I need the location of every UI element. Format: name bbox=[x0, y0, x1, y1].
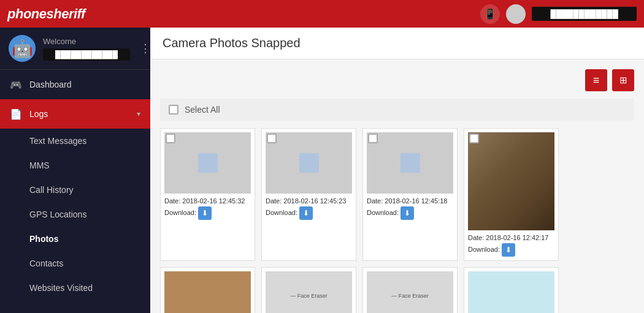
photo-placeholder bbox=[299, 153, 319, 173]
grid-icon: ⊞ bbox=[619, 75, 627, 86]
sidebar-item-text-messages[interactable]: Text Messages bbox=[0, 129, 150, 153]
photo-item: Date: 2018-02-16 12:45:18 Download: ⬇ bbox=[362, 128, 458, 261]
device-icon-button[interactable]: 📱 bbox=[480, 4, 500, 24]
text-messages-label: Text Messages bbox=[29, 136, 86, 146]
sidebar-welcome-label: Welcome bbox=[43, 37, 130, 46]
logs-icon: 📄 bbox=[10, 108, 22, 120]
photo-item: — Face Eraser bbox=[362, 267, 458, 314]
dashboard-icon: 🎮 bbox=[10, 78, 22, 91]
sidebar-item-websites-visited[interactable]: Websites Visited bbox=[0, 276, 150, 300]
photo-checkbox[interactable] bbox=[368, 134, 378, 143]
android-icon: 🤖 bbox=[12, 39, 33, 59]
logo-phone: phone bbox=[7, 6, 47, 21]
photos-label: Photos bbox=[29, 234, 58, 244]
photo-item: Date: 2018-02-16 12:45:23 Download: ⬇ bbox=[261, 128, 356, 261]
sidebar-item-call-history[interactable]: Call History bbox=[0, 178, 150, 202]
photo-meta: Date: 2018-02-16 12:45:32 Download: ⬇ bbox=[164, 196, 251, 220]
gps-locations-label: GPS Locations bbox=[29, 209, 86, 219]
photo-item bbox=[464, 267, 559, 314]
call-history-label: Call History bbox=[29, 185, 74, 195]
photo-item bbox=[160, 267, 255, 314]
photo-meta: Date: 2018-02-16 12:45:23 Download: ⬇ bbox=[266, 196, 352, 220]
header-right: 📱 ████████████ bbox=[480, 4, 637, 24]
sidebar-item-gps-locations[interactable]: GPS Locations bbox=[0, 202, 150, 227]
contacts-label: Contacts bbox=[29, 258, 63, 268]
sidebar-username-display: ████████████ bbox=[43, 48, 130, 61]
sidebar-item-mms[interactable]: MMS bbox=[0, 153, 150, 178]
sidebar-user-info: Welcome ████████████ bbox=[43, 37, 130, 61]
dashboard-label: Dashboard bbox=[29, 80, 72, 89]
list-view-button[interactable]: ≡ bbox=[585, 69, 607, 91]
photo-thumbnail bbox=[367, 132, 453, 194]
photo-text: — Face Eraser bbox=[290, 293, 328, 299]
sidebar: 🤖 Welcome ████████████ ⋮ 🎮 Dashboard 📄 L… bbox=[0, 28, 150, 313]
download-button[interactable]: ⬇ bbox=[198, 206, 212, 220]
photo-item: — Face Eraser bbox=[261, 267, 356, 314]
photo-thumbnail bbox=[266, 132, 352, 194]
download-label: Download: bbox=[367, 208, 399, 216]
download-label: Download: bbox=[468, 245, 500, 252]
logo-sheriff: sheriff bbox=[47, 6, 85, 21]
photo-thumbnail: — Face Eraser bbox=[367, 271, 453, 314]
select-all-label: Select All bbox=[185, 105, 220, 115]
photo-placeholder bbox=[198, 153, 218, 173]
photo-thumbnail bbox=[164, 132, 251, 194]
chevron-down-icon: ▾ bbox=[137, 110, 140, 118]
main-layout: 🤖 Welcome ████████████ ⋮ 🎮 Dashboard 📄 L… bbox=[0, 28, 644, 313]
app-header: phonesheriff 📱 ████████████ bbox=[0, 0, 644, 28]
photo-thumbnail-tall bbox=[468, 132, 554, 230]
download-label: Download: bbox=[266, 208, 297, 216]
avatar[interactable] bbox=[506, 4, 526, 24]
photo-thumbnail bbox=[468, 271, 554, 314]
photo-checkbox[interactable] bbox=[267, 134, 277, 143]
list-icon: ≡ bbox=[593, 74, 600, 87]
photo-grid: Date: 2018-02-16 12:45:32 Download: ⬇ Da… bbox=[160, 128, 634, 261]
photo-checkbox[interactable] bbox=[166, 134, 175, 143]
content-header: Camera Photos Snapped bbox=[150, 28, 644, 59]
photo-placeholder bbox=[401, 153, 420, 173]
mms-label: MMS bbox=[29, 160, 50, 170]
websites-visited-label: Websites Visited bbox=[29, 283, 93, 293]
logo-text: phonesheriff bbox=[7, 6, 85, 22]
toolbar-row: ≡ ⊞ bbox=[160, 69, 634, 91]
photo-checkbox[interactable] bbox=[469, 134, 479, 143]
download-label: Download: bbox=[164, 208, 196, 216]
download-button[interactable]: ⬇ bbox=[401, 206, 414, 220]
photo-meta: Date: 2018-02-16 12:42:17 Download: ⬇ bbox=[468, 233, 554, 257]
sidebar-item-contacts[interactable]: Contacts bbox=[0, 251, 150, 276]
select-all-row: Select All bbox=[160, 99, 634, 121]
grid-view-button[interactable]: ⊞ bbox=[612, 69, 634, 91]
sidebar-more-button[interactable]: ⋮ bbox=[137, 39, 150, 58]
sidebar-item-photos[interactable]: Photos bbox=[0, 227, 150, 251]
sidebar-avatar: 🤖 bbox=[9, 35, 36, 62]
sidebar-item-dashboard[interactable]: 🎮 Dashboard bbox=[0, 70, 150, 99]
content-body: ≡ ⊞ Select All bbox=[150, 59, 644, 313]
photo-grid-bottom: — Face Eraser — Face Eraser bbox=[160, 267, 634, 314]
page-title: Camera Photos Snapped bbox=[163, 36, 632, 50]
select-all-checkbox[interactable] bbox=[169, 105, 178, 115]
download-button[interactable]: ⬇ bbox=[502, 243, 515, 257]
sidebar-item-logs[interactable]: 📄 Logs ▾ bbox=[0, 99, 150, 129]
photo-date: Date: 2018-02-16 12:45:18 bbox=[367, 197, 448, 205]
photo-date: Date: 2018-02-16 12:42:17 bbox=[468, 234, 549, 241]
logs-label: Logs bbox=[29, 109, 48, 119]
photo-meta: Date: 2018-02-16 12:45:18 Download: ⬇ bbox=[367, 196, 453, 220]
photo-thumbnail: — Face Eraser bbox=[266, 271, 352, 314]
logo: phonesheriff bbox=[7, 6, 85, 22]
header-username-bar: ████████████ bbox=[532, 7, 637, 21]
photo-item: Date: 2018-02-16 12:45:32 Download: ⬇ bbox=[160, 128, 255, 261]
photo-item-tall: Date: 2018-02-16 12:42:17 Download: ⬇ bbox=[464, 128, 559, 261]
sidebar-header: 🤖 Welcome ████████████ ⋮ bbox=[0, 28, 150, 70]
download-button[interactable]: ⬇ bbox=[299, 206, 313, 220]
photo-date: Date: 2018-02-16 12:45:32 bbox=[164, 197, 245, 205]
content-area: Camera Photos Snapped ≡ ⊞ Select All bbox=[150, 28, 644, 313]
photo-thumbnail bbox=[164, 271, 251, 314]
photo-text: — Face Eraser bbox=[391, 293, 429, 299]
photo-date: Date: 2018-02-16 12:45:23 bbox=[266, 197, 347, 205]
